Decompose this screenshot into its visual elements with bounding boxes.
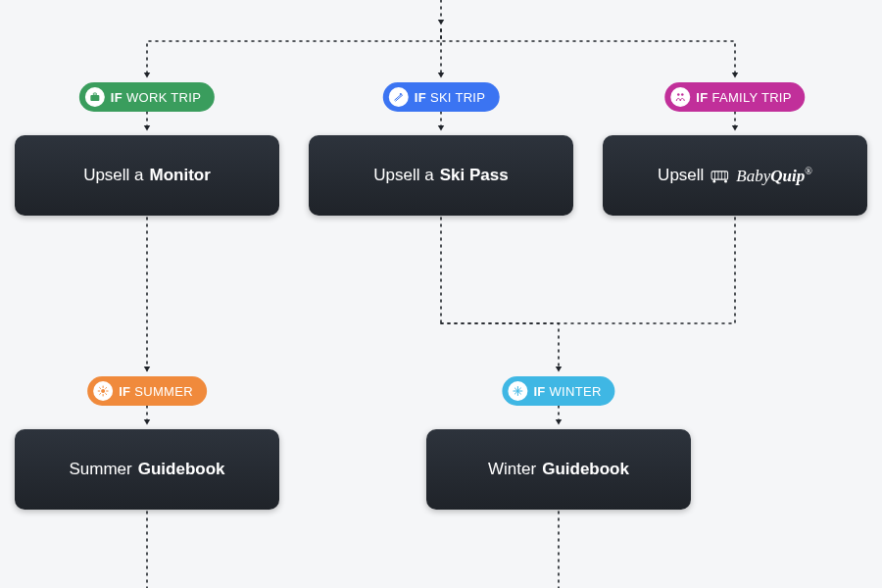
svg-line-17	[100, 388, 101, 389]
action-card-winter-guidebook: Winter Guidebook	[426, 429, 691, 510]
condition-pill-summer: IF SUMMER	[87, 376, 207, 406]
card-bold: Ski Pass	[440, 166, 509, 185]
svg-point-4	[681, 93, 684, 96]
svg-point-2	[400, 93, 402, 95]
pill-condition-label: SKI TRIP	[430, 90, 485, 105]
card-bold: Guidebook	[542, 460, 629, 479]
card-bold: Monitor	[150, 166, 211, 185]
brand-suffix: ®	[805, 166, 812, 176]
pill-if-label: IF	[696, 90, 708, 105]
pill-condition-label: FAMILY TRIP	[711, 90, 791, 105]
svg-line-20	[106, 388, 107, 389]
svg-rect-1	[93, 93, 96, 95]
card-prefix: Upsell a	[373, 166, 433, 185]
family-icon	[670, 87, 690, 107]
crib-icon	[710, 167, 731, 184]
card-bold: Guidebook	[138, 460, 225, 479]
action-card-upsell-monitor: Upsell a Monitor	[15, 135, 279, 216]
action-card-summer-guidebook: Summer Guidebook	[15, 429, 279, 510]
pill-if-label: IF	[119, 384, 130, 399]
action-card-upsell-ski-pass: Upsell a Ski Pass	[309, 135, 573, 216]
card-prefix: Upsell a	[83, 166, 143, 185]
action-card-upsell-babyquip: Upsell BabyQuip®	[603, 135, 867, 216]
svg-line-19	[100, 394, 101, 395]
brand-part-1: Baby	[736, 166, 770, 184]
pill-if-label: IF	[111, 90, 122, 105]
condition-pill-work-trip: IF WORK TRIP	[79, 82, 215, 112]
pill-condition-label: WORK TRIP	[126, 90, 201, 105]
ski-icon	[389, 87, 409, 107]
pill-if-label: IF	[415, 90, 426, 105]
pill-condition-label: SUMMER	[134, 384, 193, 399]
sun-icon	[93, 381, 113, 401]
babyquip-brand: BabyQuip®	[710, 166, 812, 186]
pill-condition-label: WINTER	[550, 384, 602, 399]
card-prefix: Summer	[69, 460, 131, 479]
condition-pill-ski-trip: IF SKI TRIP	[383, 82, 500, 112]
card-prefix: Upsell	[658, 166, 704, 185]
condition-pill-family-trip: IF FAMILY TRIP	[664, 82, 805, 112]
svg-rect-0	[90, 95, 99, 101]
svg-point-12	[101, 389, 105, 393]
card-prefix: Winter	[488, 460, 536, 479]
svg-point-10	[713, 180, 716, 183]
briefcase-icon	[85, 87, 105, 107]
svg-line-18	[106, 394, 107, 395]
svg-point-3	[677, 93, 680, 96]
pill-if-label: IF	[533, 384, 545, 399]
snowflake-icon	[508, 381, 527, 401]
svg-point-11	[724, 180, 727, 183]
brand-part-2: Quip	[770, 166, 805, 184]
condition-pill-winter: IF WINTER	[502, 376, 614, 406]
